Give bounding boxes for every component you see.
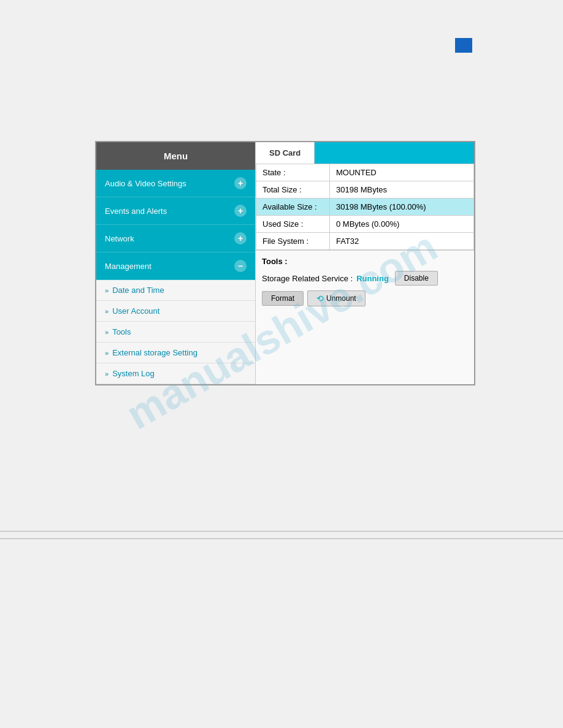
arrow-icon: » [105, 308, 109, 315]
row-value: FAT32 [330, 233, 474, 250]
arrow-icon: » [105, 287, 109, 294]
tab-bar: SD Card [256, 142, 474, 164]
arrow-icon: » [105, 349, 109, 357]
unmount-button-label: Unmount [326, 294, 356, 303]
sidebar-sub-tools-label: Tools [112, 327, 131, 336]
sidebar-header: Menu [96, 142, 255, 170]
indicator-square [455, 38, 472, 53]
audio-video-expand-icon: + [234, 177, 247, 189]
service-row: Storage Related Service : Running Disabl… [262, 271, 468, 286]
sidebar: Menu Audio & Video Settings + Events and… [96, 142, 256, 384]
sidebar-item-management[interactable]: Management − [96, 252, 255, 280]
sidebar-sub-external-storage-label: External storage Setting [112, 348, 197, 357]
row-key: State : [256, 164, 330, 181]
sidebar-sub-date-time[interactable]: » Date and Time [96, 280, 255, 301]
sidebar-sub-system-log-label: System Log [112, 369, 155, 378]
table-row: File System :FAT32 [256, 233, 474, 250]
sidebar-item-network-label: Network [105, 234, 134, 243]
arrow-icon: » [105, 328, 109, 336]
row-value: 0 MBytes (0.00%) [330, 216, 474, 233]
network-expand-icon: + [234, 232, 247, 245]
sidebar-sub-date-time-label: Date and Time [112, 286, 164, 295]
table-row: Available Size :30198 MBytes (100.00%) [256, 199, 474, 216]
sidebar-item-audio-video-label: Audio & Video Settings [105, 179, 186, 188]
row-key: Total Size : [256, 181, 330, 199]
format-button[interactable]: Format [262, 291, 304, 306]
row-key: Available Size : [256, 199, 330, 216]
management-expand-icon: − [234, 260, 247, 272]
tools-section: Tools : Storage Related Service : Runnin… [256, 250, 474, 313]
sidebar-sub-external-storage[interactable]: » External storage Setting [96, 343, 255, 363]
sidebar-item-events-alerts[interactable]: Events and Alerts + [96, 197, 255, 225]
table-row: Total Size :30198 MBytes [256, 181, 474, 199]
row-value: 30198 MBytes [330, 181, 474, 199]
info-table: State :MOUNTEDTotal Size :30198 MBytesAv… [256, 164, 474, 250]
buttons-row: Format ⟲ Unmount [262, 290, 468, 306]
sidebar-sub-items: » Date and Time » User Account » Tools »… [96, 280, 255, 384]
arrow-icon: » [105, 370, 109, 377]
row-key: File System : [256, 233, 330, 250]
sidebar-sub-user-account[interactable]: » User Account [96, 301, 255, 322]
service-status: Running [356, 274, 389, 283]
row-value: 30198 MBytes (100.00%) [330, 199, 474, 216]
sidebar-item-audio-video[interactable]: Audio & Video Settings + [96, 170, 255, 197]
events-alerts-expand-icon: + [234, 205, 247, 217]
content-area: SD Card State :MOUNTEDTotal Size :30198 … [256, 142, 474, 384]
tab-sd-card[interactable]: SD Card [256, 142, 315, 164]
service-label: Storage Related Service : [262, 274, 353, 283]
disable-button[interactable]: Disable [395, 271, 438, 286]
unmount-button[interactable]: ⟲ Unmount [307, 290, 366, 306]
bottom-divider-2 [0, 538, 563, 539]
sidebar-item-management-label: Management [105, 262, 151, 271]
sidebar-item-network[interactable]: Network + [96, 225, 255, 252]
unmount-arrow-icon: ⟲ [316, 294, 324, 303]
main-container: Menu Audio & Video Settings + Events and… [95, 141, 475, 385]
table-row: Used Size :0 MBytes (0.00%) [256, 216, 474, 233]
table-row: State :MOUNTED [256, 164, 474, 181]
sidebar-sub-user-account-label: User Account [112, 306, 159, 316]
sidebar-sub-system-log[interactable]: » System Log [96, 363, 255, 384]
sidebar-item-events-alerts-label: Events and Alerts [105, 207, 167, 216]
tools-title: Tools : [262, 257, 468, 266]
row-value: MOUNTED [330, 164, 474, 181]
row-key: Used Size : [256, 216, 330, 233]
sidebar-sub-tools[interactable]: » Tools [96, 322, 255, 343]
bottom-divider-1 [0, 531, 563, 532]
